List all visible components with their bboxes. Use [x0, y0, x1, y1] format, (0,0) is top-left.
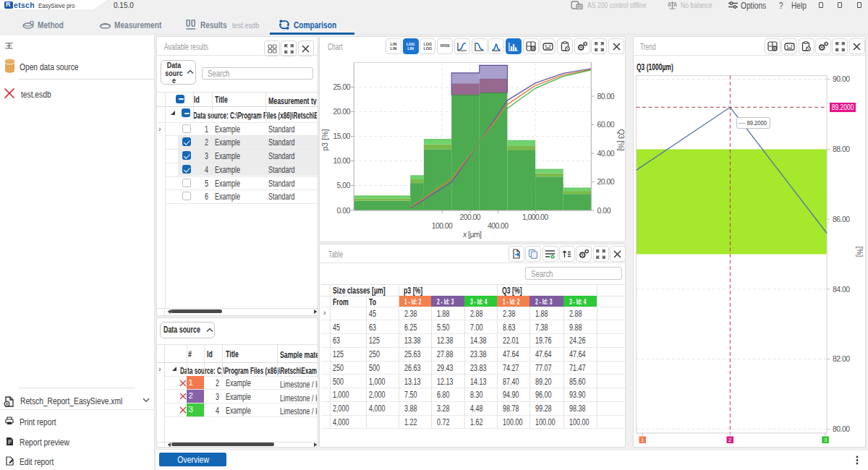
svg-text:5.00: 5.00: [337, 181, 351, 189]
svg-text:80.00: 80.00: [833, 424, 850, 433]
svg-text:2: 2: [728, 437, 731, 443]
svg-text:86.00: 86.00: [833, 215, 850, 223]
svg-text:80.00: 80.00: [597, 92, 615, 101]
svg-text:84.00: 84.00: [833, 285, 850, 294]
svg-text:100.00: 100.00: [432, 221, 453, 230]
svg-text:[%]: [%]: [856, 247, 864, 257]
svg-text:1,000.00: 1,000.00: [522, 213, 548, 221]
svg-text:400.00: 400.00: [488, 221, 509, 230]
svg-text:88.00: 88.00: [833, 145, 850, 153]
svg-text:25.00: 25.00: [333, 82, 351, 91]
svg-text:20.00: 20.00: [333, 107, 351, 116]
svg-text:Q3 [%]: Q3 [%]: [617, 129, 625, 151]
svg-text:90.00: 90.00: [833, 74, 850, 83]
svg-text:10.00: 10.00: [333, 156, 351, 165]
svg-text:60.00: 60.00: [597, 120, 615, 129]
svg-text:x [µm]: x [µm]: [462, 230, 482, 239]
svg-text:82.00: 82.00: [833, 354, 850, 363]
svg-text:20.00: 20.00: [597, 177, 615, 186]
svg-text:p3 [%]: p3 [%]: [320, 129, 329, 150]
svg-text:15.00: 15.00: [333, 132, 351, 140]
svg-text:200.00: 200.00: [460, 213, 481, 221]
svg-text:0.00: 0.00: [337, 206, 351, 215]
svg-text:1: 1: [641, 437, 644, 443]
svg-text:3: 3: [824, 437, 827, 443]
svg-text:0.00: 0.00: [597, 206, 611, 215]
svg-text:40.00: 40.00: [597, 149, 615, 158]
